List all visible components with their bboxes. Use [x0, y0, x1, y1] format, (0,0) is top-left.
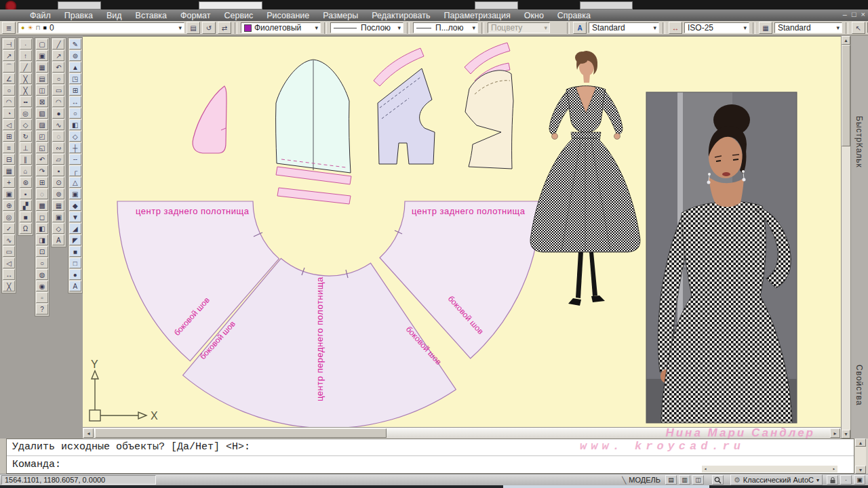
tool-icon[interactable]: ▣ [3, 188, 15, 199]
tool-icon[interactable]: ╳ [20, 85, 32, 96]
tool-icon[interactable]: ⊚ [52, 188, 64, 199]
minimize-button[interactable]: – [843, 10, 847, 18]
tool-icon[interactable]: ◧ [69, 119, 81, 130]
linetype-combo[interactable]: Послою ▾ [330, 22, 403, 33]
tool-icon[interactable]: ⊟ [3, 154, 15, 165]
tool-icon[interactable]: ◁ [3, 258, 15, 268]
tool-icon[interactable]: ◉ [36, 281, 48, 291]
scroll-down-icon[interactable]: ▾ [842, 430, 850, 439]
tool-icon[interactable]: ⊛ [20, 177, 32, 188]
tool-icon[interactable]: ▧ [36, 108, 48, 119]
tool-icon[interactable]: ⌂ [20, 165, 32, 176]
model-photo-image[interactable] [646, 92, 797, 423]
tool-icon[interactable]: ▦ [36, 62, 48, 73]
tool-icon[interactable]: ╳ [3, 281, 15, 291]
tool-icon[interactable]: ▤ [36, 73, 48, 84]
tool-icon[interactable]: ⊠ [36, 96, 48, 107]
tool-icon[interactable]: ◔ [3, 108, 15, 119]
tool-icon[interactable]: ◤ [69, 235, 81, 245]
make-layer-current-button[interactable]: ▤ [186, 22, 200, 34]
tool-icon[interactable]: ▭ [3, 246, 15, 257]
tool-icon[interactable]: ◧ [36, 223, 48, 234]
tool-icon[interactable]: ∙ [20, 39, 32, 49]
color-combo[interactable]: Фиолетовый ▾ [241, 22, 321, 33]
text-style-combo[interactable]: Standard ▾ [589, 22, 659, 33]
tool-icon[interactable]: + [3, 177, 15, 188]
tool-icon[interactable]: ◳ [69, 73, 81, 84]
lock-icon[interactable] [827, 475, 838, 485]
tool-icon[interactable]: ▢ [36, 39, 48, 49]
tool-icon[interactable]: ╱ [20, 62, 32, 73]
command-horizontal-scrollbar[interactable]: ◂ ▸ [702, 466, 837, 472]
command-text-area[interactable]: Удалить исходные объекты? [Да/Нет] <Н>: … [6, 439, 854, 474]
tool-icon[interactable]: ○ [52, 73, 64, 84]
chevron-down-icon[interactable]: ▾ [176, 24, 182, 31]
tool-icon[interactable]: ⊚ [69, 50, 81, 61]
tool-icon[interactable]: △ [69, 177, 81, 188]
menu-item-11[interactable]: Окно [517, 11, 551, 20]
tool-icon[interactable]: ▪ [52, 165, 64, 176]
chevron-down-icon[interactable]: ▾ [313, 24, 318, 31]
quick-view-icon[interactable]: ◫ [692, 475, 704, 485]
tool-icon[interactable]: ▣ [36, 50, 48, 61]
tool-icon[interactable]: ◠ [3, 96, 15, 107]
tool-icon[interactable]: ◫ [36, 85, 48, 96]
chevron-down-icon[interactable]: ▾ [651, 24, 656, 31]
tool-icon[interactable]: ↗ [52, 50, 64, 61]
menu-item-4[interactable]: Вставка [129, 11, 174, 20]
scroll-up-icon[interactable]: ▴ [855, 439, 866, 447]
tool-icon[interactable]: ◁ [3, 119, 15, 130]
tool-icon[interactable]: ⌒ [3, 62, 15, 73]
tool-icon[interactable]: ⊣ [3, 39, 15, 49]
tool-icon[interactable]: ▨ [36, 119, 48, 130]
quick-access-button[interactable] [580, 1, 633, 9]
scroll-left-icon[interactable]: ◂ [83, 428, 94, 438]
horizontal-scroll-thumb[interactable] [95, 428, 387, 438]
tool-icon[interactable]: ◌ [36, 188, 48, 199]
tool-icon[interactable]: ◇ [52, 223, 64, 234]
dim-style-combo[interactable]: ISO-25 ▾ [684, 22, 749, 33]
tool-icon[interactable]: ◇ [69, 131, 81, 142]
tool-icon[interactable]: ◍ [36, 269, 48, 280]
tool-icon[interactable]: ╱ [52, 39, 64, 49]
menu-item-5[interactable]: Формат [174, 11, 217, 20]
tool-icon[interactable]: ╍ [20, 96, 32, 107]
tool-icon[interactable]: ⊞ [3, 131, 15, 142]
tool-icon[interactable]: ∿ [52, 119, 64, 130]
tool-icon[interactable]: ✎ [69, 39, 81, 49]
layer-properties-button[interactable]: ≣ [2, 22, 16, 34]
quick-access-button[interactable] [199, 1, 262, 9]
tab-properties[interactable]: Свойства [854, 365, 864, 406]
model-space-label[interactable]: МОДЕЛЬ [629, 476, 660, 484]
tool-icon[interactable]: □ [69, 258, 81, 268]
tool-icon[interactable]: ◎ [20, 108, 32, 119]
tool-icon[interactable]: ∾ [52, 142, 64, 153]
tool-icon[interactable]: ◆ [69, 200, 81, 211]
chevron-down-icon[interactable]: ▾ [816, 477, 819, 483]
tool-icon[interactable]: ▦ [3, 165, 15, 176]
table-style-icon[interactable]: ▦ [759, 22, 772, 34]
tool-icon[interactable]: ○ [69, 108, 81, 119]
layer-combo[interactable]: ● ☀ ⊓ ■ 0 ▾ [18, 22, 184, 33]
scroll-left-icon[interactable]: ◂ [702, 466, 709, 472]
tool-icon[interactable]: ↶ [36, 154, 48, 165]
tool-icon[interactable]: ⊡ [36, 246, 48, 257]
coordinates-readout[interactable]: 1564.1101, 1180.6057, 0.0000 [1, 475, 156, 485]
drawing-canvas[interactable]: центр заднего полотнища центр заднего по… [83, 36, 841, 428]
tool-icon[interactable]: ⊥ [20, 142, 32, 153]
lineweight-combo[interactable]: П...лою ▾ [413, 22, 478, 33]
close-button[interactable]: × [861, 10, 865, 18]
tool-icon[interactable]: ■ [69, 246, 81, 257]
tool-icon[interactable]: ╌ [69, 154, 81, 165]
chevron-down-icon[interactable]: ▾ [395, 24, 401, 31]
tool-icon[interactable]: ⊞ [69, 85, 81, 96]
tool-icon[interactable]: ● [69, 269, 81, 280]
command-vertical-scrollbar[interactable]: ▴ ▾ [855, 439, 866, 474]
tool-icon[interactable]: ◰ [36, 131, 48, 142]
menu-item-10[interactable]: Параметризация [437, 11, 517, 20]
tool-icon[interactable]: ▭ [52, 85, 64, 96]
tool-icon[interactable]: ◨ [36, 235, 48, 245]
scroll-right-icon[interactable]: ▸ [831, 466, 837, 472]
tool-icon[interactable]: A [69, 281, 81, 291]
tool-icon[interactable]: ✓ [3, 223, 15, 234]
